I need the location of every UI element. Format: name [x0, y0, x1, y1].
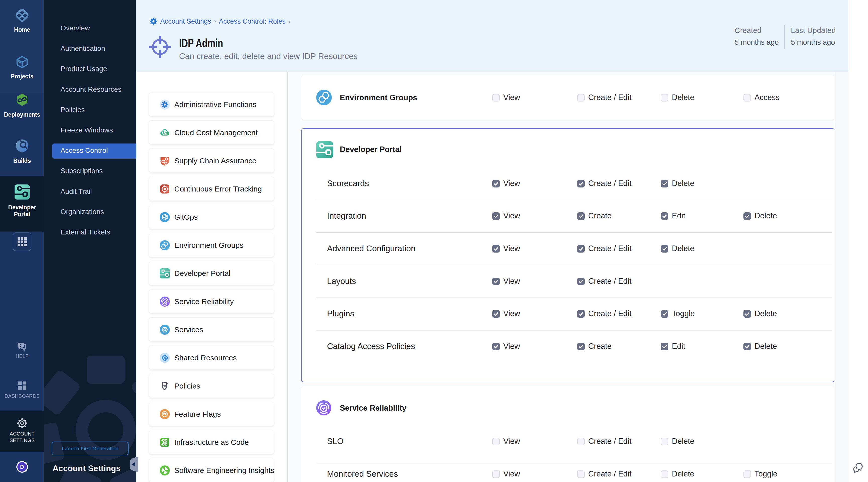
- svg-text:$: $: [164, 131, 166, 135]
- svg-text:?: ?: [19, 343, 22, 348]
